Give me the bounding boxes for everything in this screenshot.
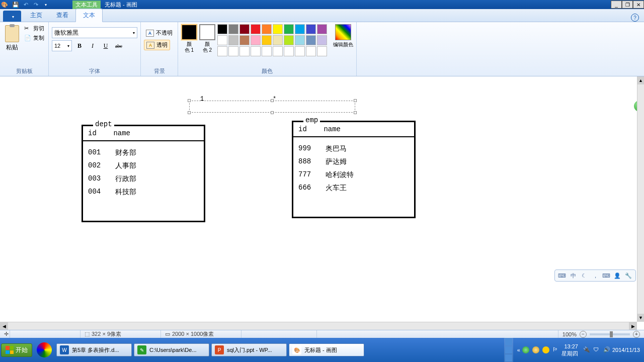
ime-mode[interactable]: 中 [569,272,577,280]
color-swatch[interactable] [217,24,227,34]
ime-toolbar[interactable]: ⌨ 中 ☾ ， ⌨ 👤 🔧 [554,269,636,282]
italic-button[interactable]: I [87,40,98,51]
ime-icon[interactable]: ⌨ [558,272,566,280]
file-menu-button[interactable] [3,11,21,22]
tray-icon[interactable] [542,346,549,353]
start-button[interactable]: 开始 [1,343,32,357]
taskbar-item[interactable]: 🎨无标题 - 画图 [289,343,364,356]
scroll-right-icon[interactable]: ▶ [629,322,637,330]
color-swatch[interactable] [262,24,272,34]
entity-header: id name [83,126,204,141]
font-size-select[interactable]: 12▾ [52,40,72,51]
tray-icon[interactable] [505,346,512,353]
color-swatch[interactable] [251,35,261,45]
color-swatch[interactable] [251,46,261,56]
taskbar-item[interactable]: Psql入门.ppt - WP... [211,343,287,356]
color-swatch[interactable] [306,46,316,56]
zoom-out-button[interactable]: − [580,331,587,338]
color-swatch[interactable] [273,35,283,45]
color-swatch[interactable] [262,46,272,56]
color-swatch[interactable] [295,46,305,56]
color-swatch[interactable] [217,35,227,45]
tray-icon[interactable] [522,346,529,353]
text-input-box[interactable] [189,101,355,113]
paste-button[interactable]: 粘贴 [3,24,21,53]
minimize-button[interactable]: _ [611,1,622,9]
edit-colors-button[interactable]: 编辑颜色 [333,24,353,48]
resize-handle[interactable] [354,99,357,102]
resize-handle[interactable] [354,111,357,114]
color2-button[interactable]: 颜 色 2 [199,24,215,53]
vertical-scrollbar[interactable]: ▲ ▼ [637,76,644,322]
close-button[interactable]: ✕ [633,1,644,9]
color-swatch[interactable] [239,35,250,45]
color-swatch[interactable] [273,24,283,34]
clock-time[interactable]: 13:27 [564,343,578,350]
qat-save-icon[interactable]: 💾 [11,1,20,9]
help-icon[interactable]: ? [631,14,639,22]
ime-keyboard-icon[interactable]: ⌨ [602,272,610,280]
tray-icon[interactable]: 🔌 [583,346,590,353]
color1-button[interactable]: 颜 色 1 [181,24,197,53]
zoom-in-button[interactable]: + [633,331,640,338]
color-swatch[interactable] [306,35,316,45]
color-swatch[interactable] [228,24,238,34]
resize-handle[interactable] [271,111,274,114]
tray-icon[interactable] [505,338,512,345]
color-swatch[interactable] [273,46,283,56]
font-family-select[interactable]: 微软雅黑▾ [52,27,137,38]
qat-dropdown-icon[interactable]: ▾ [41,1,50,9]
bold-button[interactable]: B [74,40,85,51]
color-swatch[interactable] [317,24,327,34]
color-swatch[interactable] [239,24,250,34]
tray-icon[interactable]: 🛡 [593,346,600,353]
maximize-button[interactable]: ❐ [622,1,633,9]
resize-handle[interactable] [188,111,191,114]
color-swatch[interactable] [295,35,305,45]
color-swatch[interactable] [284,35,294,45]
cut-button[interactable]: ✂剪切 [23,24,45,33]
color-swatch[interactable] [228,46,238,56]
strikethrough-button[interactable]: abc [113,40,124,51]
ime-person-icon[interactable]: 👤 [613,272,621,280]
ime-wrench-icon[interactable]: 🔧 [624,272,632,280]
browser-icon[interactable] [34,340,54,360]
tray-icon[interactable] [505,354,512,361]
tray-icon[interactable] [532,346,539,353]
tab-text[interactable]: 文本 [75,9,103,22]
zoom-slider[interactable] [590,333,630,335]
color-swatch[interactable] [228,35,238,45]
tray-expand-icon[interactable]: « [517,347,520,353]
tab-view[interactable]: 查看 [49,9,75,22]
color-swatch[interactable] [251,24,261,34]
tray-icon[interactable]: 🏳 [552,346,559,353]
color-swatch[interactable] [317,46,327,56]
ime-moon-icon[interactable]: ☾ [580,272,588,280]
resize-handle[interactable] [271,99,274,102]
horizontal-scrollbar[interactable]: ◀ ▶ [0,322,637,330]
canvas[interactable]: 1 * dept id name 001财务部 002人事部 003行政部 00… [0,76,644,322]
color-swatch[interactable] [262,35,272,45]
copy-button[interactable]: 📄复制 [23,34,45,42]
resize-handle[interactable] [188,99,191,102]
tab-home[interactable]: 主页 [23,9,49,22]
scroll-up-icon[interactable]: ▲ [637,76,644,84]
taskbar-item[interactable]: W第5章 多表操作.d... [56,343,132,356]
color-swatch[interactable] [317,35,327,45]
tray-icon[interactable]: 🔊 [603,346,610,353]
color-swatch[interactable] [239,46,250,56]
color-swatch[interactable] [217,46,227,56]
color-swatch[interactable] [295,24,305,34]
color-swatch[interactable] [284,46,294,56]
color-swatch[interactable] [306,24,316,34]
qat-redo-icon[interactable]: ↷ [31,1,40,9]
color-swatch[interactable] [284,24,294,34]
underline-button[interactable]: U [100,40,111,51]
ime-punct-icon[interactable]: ， [591,272,599,280]
scroll-down-icon[interactable]: ▼ [637,314,644,322]
taskbar-item[interactable]: ✎C:\Users\park\De... [134,343,209,356]
qat-undo-icon[interactable]: ↶ [21,1,30,9]
transparent-option[interactable]: A透明 [144,40,170,50]
scroll-left-icon[interactable]: ◀ [0,322,8,330]
opaque-option[interactable]: A不透明 [144,28,175,38]
